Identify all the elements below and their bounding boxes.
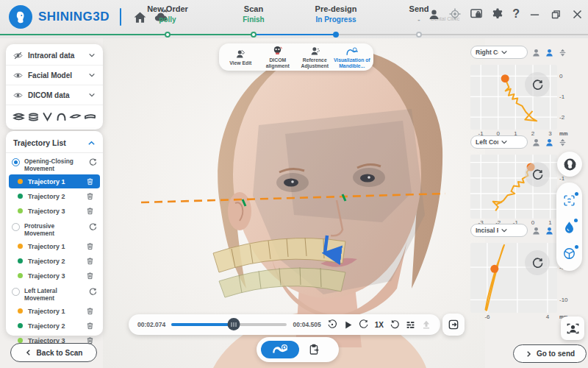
- trajectory-chart[interactable]: [470, 243, 557, 313]
- head-view-button[interactable]: [557, 152, 582, 177]
- toolbar-item-label: DICOM alignment: [259, 57, 296, 68]
- skull-view-icon[interactable]: [545, 226, 554, 236]
- replay-icon[interactable]: [327, 319, 337, 330]
- speed-button[interactable]: 1X: [375, 321, 384, 329]
- trajectory-item[interactable]: Trajectory 3: [9, 204, 100, 218]
- trajectory-item[interactable]: Trajectory 1: [9, 304, 100, 318]
- toolbar-item-mandible-vis[interactable]: Visualization of Mandible...: [334, 46, 370, 68]
- play-icon[interactable]: [343, 320, 353, 330]
- trajectory-chart[interactable]: [470, 155, 557, 219]
- trash-icon[interactable]: [86, 307, 94, 315]
- step-forward-icon[interactable]: [359, 319, 369, 330]
- patient-avatar-button[interactable]: [561, 316, 584, 340]
- view-tools-pill: [556, 183, 582, 271]
- trash-icon[interactable]: [86, 322, 94, 330]
- occlusion-open-icon[interactable]: [27, 112, 40, 121]
- chart-panel-0: Right Con...0-1-2-10123mm: [470, 44, 588, 141]
- trash-icon[interactable]: [86, 207, 94, 215]
- skull-view-icon[interactable]: [545, 138, 554, 147]
- trajectory-label: Trajectory 2: [28, 258, 81, 265]
- trajectory-group-header[interactable]: Protrusive Movement: [6, 220, 103, 238]
- upper-arch-icon[interactable]: [56, 112, 67, 121]
- close-icon[interactable]: [570, 7, 584, 21]
- trajectory-color-dot: [18, 208, 23, 213]
- chart-source-dropdown[interactable]: Incisal Po...: [470, 224, 528, 237]
- export-video-button[interactable]: [442, 314, 465, 336]
- skin-view-icon[interactable]: [531, 48, 541, 57]
- restore-window-icon[interactable]: [549, 7, 562, 21]
- refresh-icon[interactable]: [89, 288, 97, 296]
- skin-view-icon[interactable]: [531, 138, 541, 147]
- account-icon[interactable]: [427, 7, 440, 21]
- step-label: Pre-design: [295, 4, 376, 13]
- back-to-scan-button[interactable]: Back to Scan: [10, 343, 97, 362]
- model-cube-icon[interactable]: [563, 247, 576, 260]
- toolbar-item-view-edit[interactable]: View Edit: [222, 49, 259, 66]
- toolbar-item-dicom-align[interactable]: DICOM alignment: [259, 46, 296, 68]
- upload-disabled-icon: [421, 319, 431, 330]
- report-export-icon[interactable]: [308, 344, 320, 355]
- trajectory-chart[interactable]: [470, 65, 557, 130]
- help-icon[interactable]: ?: [512, 7, 520, 21]
- screen-lock-icon[interactable]: [470, 7, 483, 21]
- layer-row-facial-model[interactable]: Facial Model: [6, 66, 103, 85]
- trajectory-item[interactable]: Trajectory 3: [9, 269, 100, 283]
- loop-icon[interactable]: [390, 319, 400, 330]
- trash-icon[interactable]: [86, 242, 94, 250]
- chart-source-dropdown[interactable]: Right Con...: [470, 46, 528, 59]
- trajectory-color-dot: [18, 244, 23, 249]
- timeline-slider[interactable]: [171, 323, 287, 326]
- eye-icon[interactable]: [13, 91, 23, 100]
- trash-icon[interactable]: [86, 257, 94, 265]
- trajectory-item[interactable]: Trajectory 2: [9, 254, 100, 268]
- transparency-droplet-icon[interactable]: [564, 221, 575, 233]
- trajectory-item[interactable]: Trajectory 2: [9, 319, 100, 333]
- trajectory-group-header[interactable]: Opening-Closing Movement: [6, 155, 103, 174]
- chevron-up-icon[interactable]: [87, 139, 96, 147]
- chart-replay-button[interactable]: [525, 162, 550, 187]
- chart-replay-button[interactable]: [525, 250, 550, 275]
- refresh-icon[interactable]: [89, 223, 97, 231]
- chart-replay-button[interactable]: [525, 72, 550, 97]
- skin-view-icon[interactable]: [531, 226, 541, 236]
- occlusion-compress-icon[interactable]: [558, 138, 567, 147]
- trajectory-item[interactable]: Trajectory 1: [9, 174, 100, 188]
- arch-side-right-icon[interactable]: [69, 112, 82, 121]
- chevron-down-icon[interactable]: [88, 52, 96, 59]
- trash-icon[interactable]: [86, 177, 94, 185]
- minimize-icon[interactable]: [528, 7, 541, 21]
- trajectory-item[interactable]: Trajectory 1: [9, 239, 100, 253]
- skull-view-icon[interactable]: [545, 48, 554, 57]
- calibration-icon[interactable]: [448, 7, 462, 21]
- refresh-icon[interactable]: [89, 158, 97, 166]
- timeline-handle[interactable]: [228, 318, 240, 330]
- go-to-send-button[interactable]: Go to send: [513, 344, 587, 363]
- trash-icon[interactable]: [86, 192, 94, 200]
- radio-icon[interactable]: [12, 223, 20, 231]
- face-scan-toggle-icon[interactable]: [563, 194, 576, 207]
- eye-icon[interactable]: [13, 71, 23, 80]
- keyframe-icon[interactable]: [406, 320, 415, 330]
- settings-gear-icon[interactable]: [491, 7, 504, 21]
- chart-source-dropdown[interactable]: Left Cond...: [470, 135, 528, 149]
- chevron-down-icon[interactable]: [88, 91, 96, 99]
- workflow-step-pre-design[interactable]: Pre-designIn Progress: [295, 4, 376, 24]
- trajectory-item[interactable]: Trajectory 2: [9, 189, 100, 203]
- layer-row-dicom-data[interactable]: DICOM data: [6, 85, 103, 105]
- chevron-down-icon[interactable]: [88, 71, 96, 79]
- eye-off-icon[interactable]: [13, 51, 23, 60]
- arch-side-left-icon[interactable]: [84, 112, 96, 121]
- y-tick-label: -1: [559, 175, 564, 182]
- workflow-step-new-order[interactable]: New Orderpolly: [127, 4, 208, 24]
- trash-icon[interactable]: [86, 272, 94, 280]
- lower-arch-icon[interactable]: [42, 112, 53, 121]
- radio-selected-icon[interactable]: [12, 158, 20, 166]
- trajectory-group-header[interactable]: Left Lateral Movement: [6, 285, 103, 303]
- occlusion-compress-icon[interactable]: [558, 48, 567, 57]
- toolbar-item-reference-adjust[interactable]: Reference Adjustment: [296, 46, 333, 68]
- occlusion-closed-icon[interactable]: [12, 112, 25, 121]
- layer-row-intraoral-data[interactable]: Intraoral data: [6, 46, 103, 66]
- radio-icon[interactable]: [12, 288, 20, 296]
- mandible-record-button[interactable]: [261, 341, 299, 358]
- workflow-step-scan[interactable]: ScanFinish: [213, 4, 294, 24]
